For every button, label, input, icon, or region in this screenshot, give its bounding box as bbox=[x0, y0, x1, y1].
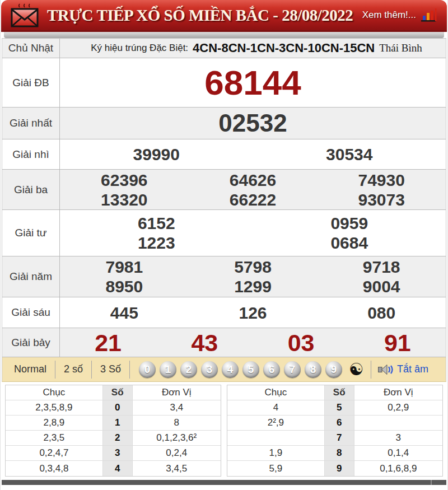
digit-ball-2[interactable]: 2 bbox=[180, 361, 197, 378]
bar-chart-icon[interactable] bbox=[421, 8, 438, 23]
prize-number: 62396 bbox=[60, 170, 189, 190]
prize-label: Giải sáu bbox=[2, 297, 60, 328]
sign-codes: 4CN-8CN-1CN-3CN-10CN-15CN bbox=[193, 41, 375, 55]
prize-number: 02532 bbox=[60, 109, 446, 138]
prize-row: Giải ĐB68144 bbox=[2, 58, 446, 108]
prize-numbers: 798157989718895012999004 bbox=[60, 256, 446, 297]
see-more-link[interactable]: Xem thêm!... bbox=[362, 10, 416, 21]
prize-line: 02532 bbox=[60, 109, 446, 138]
summary-cell: 5 bbox=[324, 400, 354, 415]
digit-ball-1[interactable]: 1 bbox=[160, 361, 176, 378]
prize-line: 3999030534 bbox=[60, 144, 446, 164]
digit-ball-8[interactable]: 8 bbox=[305, 361, 321, 378]
summary-header-row: ChụcSốĐơn Vị bbox=[6, 385, 221, 400]
prize-number: 68144 bbox=[60, 61, 446, 105]
mode-3-digits[interactable]: 3 Số bbox=[92, 361, 130, 379]
prize-number: 9718 bbox=[317, 257, 446, 277]
summary-table-left: ChụcSốĐơn Vị2,3,5,8,903,42,8,9182,3,520,… bbox=[5, 385, 221, 477]
prize-number: 13320 bbox=[60, 190, 189, 209]
summary-col-header: Đơn Vị bbox=[133, 385, 221, 400]
summary-cell: 2,8,9 bbox=[6, 416, 102, 430]
summary-cell: 3 bbox=[354, 431, 442, 445]
mode-2-digits[interactable]: 2 số bbox=[55, 361, 92, 379]
info-row: Chủ Nhật Ký hiệu trúng Đặc Biệt: 4CN-8CN… bbox=[2, 39, 446, 58]
prize-number: 6152 bbox=[60, 213, 253, 233]
mode-normal[interactable]: Normal bbox=[6, 361, 55, 379]
digit-ball-9[interactable]: 9 bbox=[325, 361, 342, 378]
prize-number: 43 bbox=[156, 329, 253, 357]
summary-cell: 0,1,4 bbox=[354, 446, 442, 460]
summary-cell: 0,2,9 bbox=[354, 400, 442, 415]
prize-number: 1299 bbox=[189, 277, 318, 296]
summary-cell: 1,9 bbox=[227, 446, 324, 460]
prize-number: 66222 bbox=[189, 190, 318, 209]
summary-cell: 0,1,6,8,9 bbox=[354, 461, 442, 476]
prize-line: 68144 bbox=[60, 61, 446, 105]
prize-row: Giải năm798157989718895012999004 bbox=[2, 256, 446, 297]
sign-prefix: Ký hiệu trúng Đặc Biệt: bbox=[91, 43, 188, 54]
prize-numbers: 68144 bbox=[60, 58, 446, 107]
bottom-scrollbar[interactable] bbox=[2, 480, 446, 485]
summary-header-row: ChụcSốĐơn Vị bbox=[227, 385, 442, 400]
prize-line: 895012999004 bbox=[60, 277, 446, 296]
prize-number: 64626 bbox=[189, 170, 318, 190]
yin-yang-icon[interactable]: ☯ bbox=[349, 361, 364, 378]
mute-label: Tắt âm bbox=[397, 363, 428, 375]
summary-cell: 2 bbox=[102, 431, 133, 445]
digit-ball-4[interactable]: 4 bbox=[222, 361, 239, 378]
summary-table-right: ChụcSốĐơn Vị450,2,92²,96731,980,1,45,990… bbox=[227, 385, 443, 477]
summary-cell: 2²,9 bbox=[227, 416, 324, 430]
prize-number: 91 bbox=[349, 329, 446, 357]
prize-number: 1223 bbox=[60, 233, 253, 253]
mode-group: Normal2 số3 Số bbox=[6, 357, 130, 381]
prize-row: Giải bảy21430391 bbox=[2, 328, 446, 357]
prize-numbers: 02532 bbox=[60, 108, 446, 139]
prize-label: Giải tư bbox=[2, 210, 60, 256]
summary-section: ChụcSốĐơn Vị2,3,5,8,903,42,8,9182,3,520,… bbox=[1, 382, 447, 479]
summary-cell: 0 bbox=[102, 400, 133, 415]
prize-number: 7981 bbox=[60, 257, 189, 277]
summary-cell: 1 bbox=[102, 416, 133, 430]
prize-numbers: 623966462674930133206622293073 bbox=[60, 170, 446, 209]
summary-col-header: Số bbox=[324, 385, 354, 400]
summary-cell bbox=[354, 416, 442, 430]
summary-cell: 8 bbox=[324, 446, 354, 460]
control-bar: Normal2 số3 Số 0123456789 ☯ Tắt âm bbox=[2, 357, 446, 382]
prize-numbers: 445126080 bbox=[60, 297, 446, 328]
summary-cell: 5,9 bbox=[227, 461, 324, 476]
prize-label: Giải ba bbox=[2, 170, 60, 209]
digit-ball-0[interactable]: 0 bbox=[139, 361, 156, 378]
prize-number: 5798 bbox=[189, 257, 318, 277]
digit-ball-6[interactable]: 6 bbox=[263, 361, 280, 378]
prize-line: 12230684 bbox=[60, 233, 446, 253]
summary-cell: 7 bbox=[324, 431, 354, 445]
prize-line: 61520959 bbox=[60, 213, 446, 233]
prize-number: 03 bbox=[253, 329, 349, 357]
prize-line: 21430391 bbox=[60, 329, 446, 357]
summary-cell bbox=[227, 431, 324, 445]
prize-number: 9004 bbox=[317, 277, 446, 296]
prize-number: 8950 bbox=[60, 277, 189, 296]
prize-row: Giải nhất02532 bbox=[2, 108, 446, 139]
prize-label: Giải năm bbox=[2, 256, 60, 297]
digit-ball-7[interactable]: 7 bbox=[284, 361, 301, 378]
summary-cell: 0,3,4,8 bbox=[6, 461, 102, 476]
summary-cell: 0,1,2,3,6² bbox=[133, 431, 221, 445]
summary-cell: 0,2,4 bbox=[133, 446, 221, 460]
prize-line: 445126080 bbox=[60, 303, 446, 323]
scrollbar-tick bbox=[431, 480, 432, 485]
summary-row: 0,3,4,843,4,5 bbox=[6, 461, 221, 476]
prize-row: Giải sáu445126080 bbox=[2, 297, 446, 328]
speaker-icon bbox=[378, 363, 393, 376]
summary-cell: 3,4 bbox=[133, 400, 221, 415]
prize-number: 30534 bbox=[253, 144, 446, 164]
summary-col-header: Số bbox=[102, 385, 133, 400]
digit-ball-3[interactable]: 3 bbox=[201, 361, 218, 378]
summary-cell: 6 bbox=[324, 416, 354, 430]
day-label: Chủ Nhật bbox=[2, 39, 60, 58]
mute-control[interactable]: Tắt âm bbox=[371, 363, 435, 376]
digit-ball-5[interactable]: 5 bbox=[242, 361, 259, 378]
summary-cell: 9 bbox=[324, 461, 354, 476]
prize-number: 080 bbox=[317, 303, 446, 323]
prize-number: 126 bbox=[189, 303, 318, 323]
